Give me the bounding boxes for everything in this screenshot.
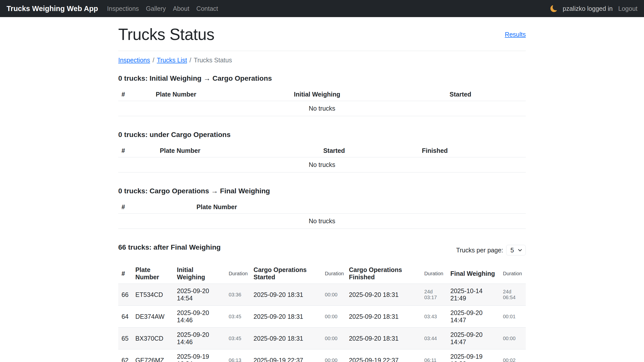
duration-cell: 03:45 [225, 306, 250, 328]
empty-trucks-table: #Plate NumberStartedFinishedNo trucks [118, 144, 526, 172]
nav-item-about[interactable]: About [169, 5, 193, 12]
logged-in-user: pzalizko logged in [563, 5, 613, 12]
data-cell: 2025-09-19 16:26 [447, 349, 500, 362]
nav-item-gallery[interactable]: Gallery [142, 5, 169, 12]
no-trucks-cell: No trucks [118, 214, 526, 229]
main-content: Trucks Status Results Inspections/Trucks… [118, 17, 526, 362]
data-cell: 65 [118, 328, 132, 349]
column-header: Finished [419, 144, 526, 157]
table-row: 64DE374AW2025-09-20 14:4603:452025-09-20… [118, 306, 526, 328]
data-cell: 2025-09-19 22:37 [250, 349, 321, 362]
data-cell: 2025-09-19 22:37 [346, 349, 421, 362]
column-header: # [118, 88, 152, 101]
column-header: Plate Number [156, 144, 320, 157]
duration-cell: 06:13 [225, 349, 250, 362]
breadcrumb-item-trucks-list[interactable]: Trucks List [157, 57, 187, 64]
section-heading: 0 trucks: under Cargo Operations [118, 131, 526, 139]
column-header: Plate Number [132, 263, 174, 284]
per-page-select[interactable]: 5 [506, 245, 526, 255]
column-header: Final Weighing [447, 263, 500, 284]
empty-trucks-table: #Plate NumberInitial WeighingStartedNo t… [118, 88, 526, 116]
nav-item-inspections[interactable]: Inspections [104, 5, 142, 12]
data-cell: 2025-09-20 18:31 [346, 328, 421, 349]
title-divider [118, 51, 526, 51]
breadcrumb-item-inspections[interactable]: Inspections [118, 57, 150, 64]
duration-cell: 00:00 [321, 306, 346, 328]
data-cell: 2025-09-20 14:46 [174, 306, 225, 328]
duration-cell: 03:44 [421, 328, 447, 349]
data-cell: 2025-09-20 18:31 [346, 284, 421, 306]
per-page-label: Trucks per page: [456, 247, 503, 254]
column-header-duration: Duration [321, 263, 346, 284]
title-row: Trucks Status Results [118, 25, 526, 44]
after-final-section: 66 trucks: after Final Weighing Trucks p… [118, 243, 526, 362]
data-cell: 2025-09-20 18:31 [346, 306, 421, 328]
breadcrumb-separator: / [187, 57, 194, 64]
app-brand[interactable]: Trucks Weighing Web App [7, 5, 98, 13]
nav-item-contact[interactable]: Contact [193, 5, 222, 12]
no-trucks-cell: No trucks [118, 101, 526, 116]
data-cell: ET534CD [132, 284, 174, 306]
status-section-1: 0 trucks: under Cargo Operations#Plate N… [118, 131, 526, 172]
section-heading-after-final: 66 trucks: after Final Weighing [118, 243, 221, 251]
data-cell: BX370CD [132, 328, 174, 349]
duration-cell: 03:36 [225, 284, 250, 306]
table-row: 66ET534CD2025-09-20 14:5403:362025-09-20… [118, 284, 526, 306]
data-cell: 2025-09-20 18:31 [250, 306, 321, 328]
duration-cell: 24d 03:17 [421, 284, 447, 306]
column-header: Started [446, 88, 526, 101]
navbar: Trucks Weighing Web App InspectionsGalle… [0, 0, 644, 17]
data-cell: 2025-09-20 14:46 [174, 328, 225, 349]
column-header-duration: Duration [421, 263, 447, 284]
column-header: Initial Weighing [291, 88, 446, 101]
column-header: Plate Number [152, 88, 291, 101]
data-cell: DE374AW [132, 306, 174, 328]
duration-cell: 00:00 [321, 284, 346, 306]
data-cell: 2025-10-14 21:49 [447, 284, 500, 306]
section-heading: 0 trucks: Initial Weighing → Cargo Opera… [118, 74, 526, 82]
data-cell: GE726MZ [132, 349, 174, 362]
navbar-right: pzalizko logged in Logout [550, 5, 637, 12]
duration-cell: 03:43 [421, 306, 447, 328]
results-link[interactable]: Results [505, 31, 526, 38]
trucks-table: #Plate NumberInitial WeighingDurationCar… [118, 263, 526, 362]
trucks-per-page: Trucks per page: 5 [456, 245, 526, 255]
data-cell: 2025-09-20 18:31 [250, 284, 321, 306]
data-cell: 64 [118, 306, 132, 328]
column-header: # [118, 201, 193, 214]
breadcrumb-item-trucks-status: Trucks Status [194, 57, 232, 64]
page-title: Trucks Status [118, 25, 214, 44]
data-cell: 66 [118, 284, 132, 306]
breadcrumb: Inspections/Trucks List/Trucks Status [118, 57, 526, 64]
no-trucks-cell: No trucks [118, 157, 526, 172]
column-header-duration: Duration [500, 263, 526, 284]
data-cell: 2025-09-20 18:31 [250, 328, 321, 349]
breadcrumb-separator: / [150, 57, 157, 64]
data-cell: 2025-09-19 16:24 [174, 349, 225, 362]
duration-cell: 00:01 [500, 306, 526, 328]
duration-cell: 00:00 [321, 328, 346, 349]
duration-cell: 24d 06:54 [500, 284, 526, 306]
column-header: Cargo Operations Finished [346, 263, 421, 284]
section-heading: 0 trucks: Cargo Operations → Final Weigh… [118, 187, 526, 195]
empty-sections: 0 trucks: Initial Weighing → Cargo Opera… [118, 74, 526, 229]
duration-cell: 03:45 [225, 328, 250, 349]
duration-cell: 00:00 [321, 349, 346, 362]
column-header-duration: Duration [225, 263, 250, 284]
main-nav: InspectionsGalleryAboutContact [104, 5, 222, 12]
duration-cell: 06:11 [421, 349, 447, 362]
column-header: Cargo Operations Started [250, 263, 321, 284]
data-cell: 2025-09-20 14:47 [447, 306, 500, 328]
data-cell: 62 [118, 349, 132, 362]
data-cell: 2025-09-20 14:54 [174, 284, 225, 306]
column-header: Plate Number [193, 201, 526, 214]
logout-link[interactable]: Logout [618, 5, 637, 12]
column-header: Initial Weighing [174, 263, 225, 284]
column-header: # [118, 263, 132, 284]
data-cell: 2025-09-20 14:47 [447, 328, 500, 349]
duration-cell: 00:00 [500, 328, 526, 349]
status-section-2: 0 trucks: Cargo Operations → Final Weigh… [118, 187, 526, 229]
column-header: # [118, 144, 156, 157]
moon-icon[interactable] [550, 5, 557, 12]
empty-trucks-table: #Plate NumberNo trucks [118, 201, 526, 229]
